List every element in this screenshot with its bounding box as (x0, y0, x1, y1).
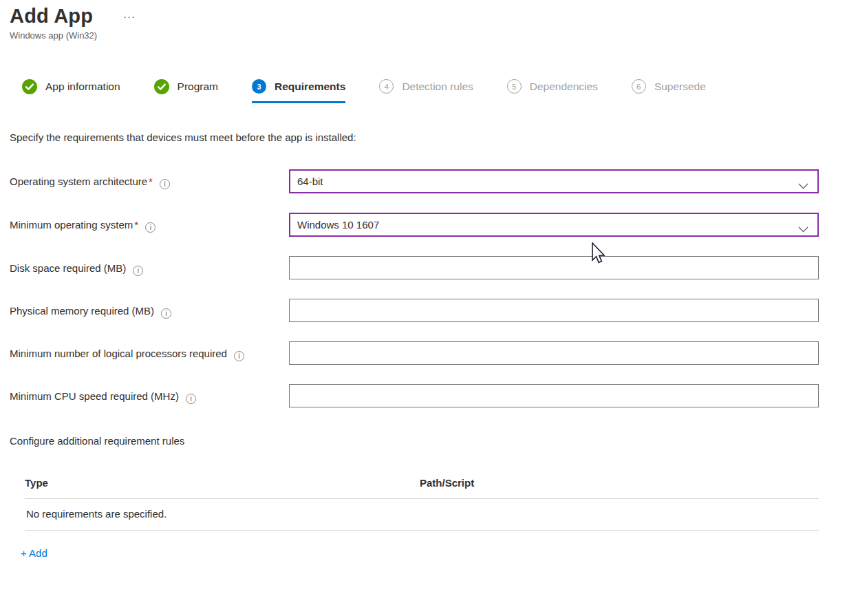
os-architecture-dropdown[interactable]: 64-bit (289, 169, 819, 193)
step-label: Supersede (654, 81, 706, 93)
logical-processors-label: Minimum number of logical processors req… (10, 341, 289, 362)
os-architecture-label: Operating system architecture* i (10, 169, 289, 190)
step-number-badge: 6 (632, 79, 646, 94)
cpu-speed-label: Minimum CPU speed required (MHz) i (10, 384, 289, 405)
form-row: Physical memory required (MB) i (10, 299, 858, 322)
info-icon[interactable]: i (145, 222, 155, 233)
min-os-label: Minimum operating system* i (10, 213, 289, 233)
page-subtitle: Windows app (Win32) (10, 30, 858, 41)
info-icon[interactable]: i (234, 351, 244, 361)
checkmark-icon (154, 79, 169, 94)
chevron-down-icon (798, 223, 808, 235)
logical-processors-input[interactable] (289, 341, 819, 365)
disk-space-input[interactable] (289, 256, 819, 279)
cpu-speed-input[interactable] (289, 384, 819, 407)
requirements-instruction: Specify the requirements that devices mu… (10, 131, 858, 143)
step-label: Program (178, 81, 218, 93)
step-label: Dependencies (530, 81, 598, 93)
step-number-badge: 3 (252, 79, 266, 94)
field-label-text: Physical memory required (MB) (10, 305, 154, 317)
step-label: Requirements (275, 81, 345, 93)
step-app-information[interactable]: App information (22, 79, 120, 104)
info-icon[interactable]: i (133, 266, 143, 276)
checkmark-icon (22, 79, 37, 94)
step-number-badge: 5 (507, 79, 522, 94)
field-label-text: Minimum CPU speed required (MHz) (10, 390, 179, 402)
info-icon[interactable]: i (161, 308, 171, 319)
step-number-badge: 4 (379, 79, 394, 94)
form-row: Minimum operating system* i Windows 10 1… (10, 213, 858, 237)
field-label-text: Minimum number of logical processors req… (10, 348, 227, 359)
form-row: Minimum number of logical processors req… (10, 341, 858, 365)
step-label: Detection rules (402, 81, 473, 93)
additional-rules-heading: Configure additional requirement rules (10, 435, 858, 447)
physical-memory-label: Physical memory required (MB) i (10, 299, 289, 319)
step-label: App information (45, 81, 120, 93)
add-app-wizard-page: Add App ··· Windows app (Win32) App info… (0, 0, 858, 616)
field-label-text: Minimum operating system (10, 219, 133, 231)
required-asterisk: * (134, 219, 138, 231)
form-row: Operating system architecture* i 64-bit (10, 169, 858, 193)
dropdown-selected-value: Windows 10 1607 (297, 219, 379, 231)
page-title: Add App (10, 4, 93, 28)
field-label-text: Operating system architecture (10, 176, 147, 187)
chevron-down-icon (798, 180, 808, 191)
info-icon[interactable]: i (186, 394, 196, 404)
physical-memory-input[interactable] (289, 299, 819, 322)
requirement-rules-table: Type Path/Script No requirements are spe… (25, 477, 819, 531)
more-options-icon[interactable]: ··· (123, 11, 136, 21)
step-dependencies[interactable]: 5 Dependencies (507, 79, 598, 103)
page-header: Add App ··· (10, 4, 858, 28)
requirements-form: Operating system architecture* i 64-bit … (10, 169, 858, 407)
add-requirement-link[interactable]: + Add (21, 547, 47, 559)
wizard-steps: App information Program 3 Requirements 4… (22, 79, 858, 104)
form-row: Disk space required (MB) i (10, 256, 858, 279)
step-detection-rules[interactable]: 4 Detection rules (379, 79, 473, 103)
dropdown-selected-value: 64-bit (297, 176, 323, 187)
step-program[interactable]: Program (154, 79, 218, 104)
column-header-type: Type (25, 477, 420, 489)
disk-space-label: Disk space required (MB) i (10, 256, 289, 277)
step-supersedence[interactable]: 6 Supersede (632, 79, 706, 103)
required-asterisk: * (149, 176, 153, 187)
form-row: Minimum CPU speed required (MHz) i (10, 384, 858, 407)
table-header: Type Path/Script (25, 477, 819, 499)
table-empty-row: No requirements are specified. (25, 499, 819, 531)
column-header-path-script: Path/Script (420, 477, 819, 489)
field-label-text: Disk space required (MB) (10, 262, 126, 274)
step-requirements[interactable]: 3 Requirements (252, 79, 345, 103)
min-os-dropdown[interactable]: Windows 10 1607 (289, 213, 819, 237)
info-icon[interactable]: i (160, 179, 170, 189)
